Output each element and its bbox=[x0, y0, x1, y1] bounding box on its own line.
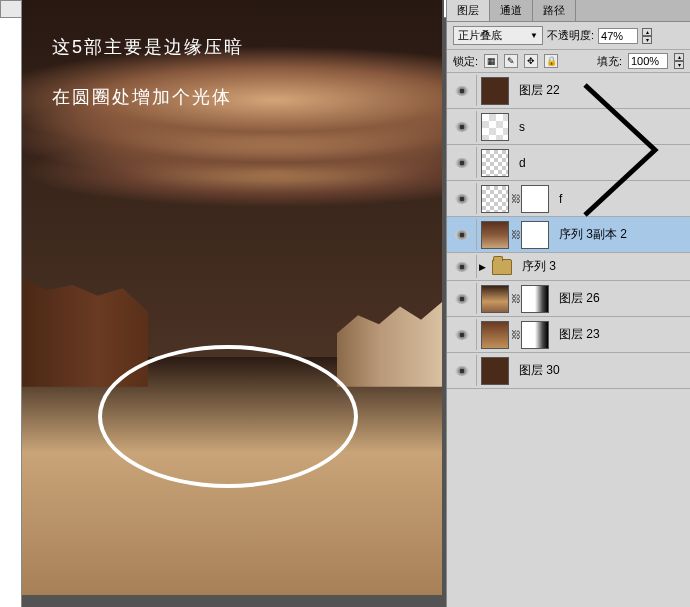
eye-icon bbox=[455, 86, 469, 96]
visibility-toggle[interactable] bbox=[447, 255, 477, 278]
lock-fill-row: 锁定: ▦ ✎ ✥ 🔒 填充: 100% ▴▾ bbox=[447, 50, 690, 73]
folder-icon bbox=[492, 259, 512, 275]
layer-thumbnail[interactable] bbox=[481, 185, 509, 213]
fill-input[interactable]: 100% bbox=[628, 53, 668, 69]
link-icon: ⛓ bbox=[511, 293, 519, 304]
lock-position-icon[interactable]: ✥ bbox=[524, 54, 538, 68]
layer-name[interactable]: 图层 30 bbox=[513, 362, 560, 379]
layer-name[interactable]: s bbox=[513, 120, 525, 134]
fill-stepper[interactable]: ▴▾ bbox=[674, 53, 684, 69]
opacity-stepper[interactable]: ▴▾ bbox=[642, 28, 652, 44]
panel-tabs: 图层 通道 路径 bbox=[447, 0, 690, 22]
eye-icon bbox=[455, 230, 469, 240]
layer-row[interactable]: d bbox=[447, 145, 690, 181]
lock-all-icon[interactable]: 🔒 bbox=[544, 54, 558, 68]
visibility-toggle[interactable] bbox=[447, 147, 477, 178]
eye-icon bbox=[455, 158, 469, 168]
visibility-toggle[interactable] bbox=[447, 111, 477, 142]
layer-row[interactable]: s bbox=[447, 109, 690, 145]
layer-row[interactable]: ⛓ 图层 23 bbox=[447, 317, 690, 353]
layer-thumbnail[interactable] bbox=[481, 113, 509, 141]
lock-pixels-icon[interactable]: ✎ bbox=[504, 54, 518, 68]
layer-row[interactable]: 图层 30 bbox=[447, 353, 690, 389]
layer-thumbnail[interactable] bbox=[481, 321, 509, 349]
blend-opacity-row: 正片叠底 ▼ 不透明度: 47% ▴▾ bbox=[447, 22, 690, 50]
lock-label: 锁定: bbox=[453, 54, 478, 69]
eye-icon bbox=[455, 366, 469, 376]
tab-paths[interactable]: 路径 bbox=[533, 0, 576, 21]
visibility-toggle[interactable] bbox=[447, 283, 477, 314]
layer-row[interactable]: ⛓ 图层 26 bbox=[447, 281, 690, 317]
layer-row[interactable]: 图层 22 bbox=[447, 73, 690, 109]
fill-label: 填充: bbox=[597, 54, 622, 69]
canvas-image: 这5部主要是边缘压暗 在圆圈处增加个光体 bbox=[22, 0, 442, 595]
eye-icon bbox=[455, 122, 469, 132]
lock-transparency-icon[interactable]: ▦ bbox=[484, 54, 498, 68]
layer-name[interactable]: f bbox=[553, 192, 562, 206]
link-icon: ⛓ bbox=[511, 329, 519, 340]
opacity-input[interactable]: 47% bbox=[598, 28, 638, 44]
layer-thumbnail[interactable] bbox=[481, 357, 509, 385]
layer-thumbnail[interactable] bbox=[481, 77, 509, 105]
layer-thumbnail[interactable] bbox=[481, 285, 509, 313]
blend-mode-value: 正片叠底 bbox=[458, 28, 502, 43]
ruler-vertical bbox=[0, 18, 22, 607]
mask-thumbnail[interactable] bbox=[521, 185, 549, 213]
layers-list: 图层 22 s d ⛓ f ⛓ bbox=[447, 73, 690, 389]
layer-name[interactable]: d bbox=[513, 156, 526, 170]
link-icon: ⛓ bbox=[511, 229, 519, 240]
layer-name[interactable]: 图层 22 bbox=[513, 82, 560, 99]
mask-thumbnail[interactable] bbox=[521, 321, 549, 349]
canvas-area[interactable]: 这5部主要是边缘压暗 在圆圈处增加个光体 bbox=[22, 0, 444, 607]
eye-icon bbox=[455, 330, 469, 340]
mask-thumbnail[interactable] bbox=[521, 285, 549, 313]
eye-icon bbox=[455, 294, 469, 304]
ruler-corner bbox=[0, 0, 22, 18]
layer-row[interactable]: ⛓ 序列 3副本 2 bbox=[447, 217, 690, 253]
tab-layers[interactable]: 图层 bbox=[447, 0, 490, 21]
chevron-down-icon: ▼ bbox=[530, 31, 538, 40]
layer-group-row[interactable]: ▶ 序列 3 bbox=[447, 253, 690, 281]
visibility-toggle[interactable] bbox=[447, 355, 477, 386]
visibility-toggle[interactable] bbox=[447, 75, 477, 106]
eye-icon bbox=[455, 194, 469, 204]
blend-mode-dropdown[interactable]: 正片叠底 ▼ bbox=[453, 26, 543, 45]
layers-panel: 图层 通道 路径 正片叠底 ▼ 不透明度: 47% ▴▾ 锁定: ▦ ✎ ✥ 🔒… bbox=[446, 0, 690, 607]
layer-name[interactable]: 图层 23 bbox=[553, 326, 600, 343]
annotation-circle bbox=[98, 345, 358, 488]
layer-thumbnail[interactable] bbox=[481, 221, 509, 249]
visibility-toggle[interactable] bbox=[447, 183, 477, 214]
layer-name[interactable]: 序列 3副本 2 bbox=[553, 226, 627, 243]
visibility-toggle[interactable] bbox=[447, 319, 477, 350]
visibility-toggle[interactable] bbox=[447, 219, 477, 250]
layer-thumbnail[interactable] bbox=[481, 149, 509, 177]
layer-name[interactable]: 图层 26 bbox=[553, 290, 600, 307]
mask-thumbnail[interactable] bbox=[521, 221, 549, 249]
annotation-text-1: 这5部主要是边缘压暗 bbox=[52, 35, 244, 59]
eye-icon bbox=[455, 262, 469, 272]
layer-name[interactable]: 序列 3 bbox=[516, 258, 556, 275]
opacity-label: 不透明度: bbox=[547, 28, 594, 43]
group-expand-icon[interactable]: ▶ bbox=[477, 262, 488, 272]
annotation-text-2: 在圆圈处增加个光体 bbox=[52, 85, 232, 109]
link-icon: ⛓ bbox=[511, 193, 519, 204]
layer-row[interactable]: ⛓ f bbox=[447, 181, 690, 217]
tab-channels[interactable]: 通道 bbox=[490, 0, 533, 21]
